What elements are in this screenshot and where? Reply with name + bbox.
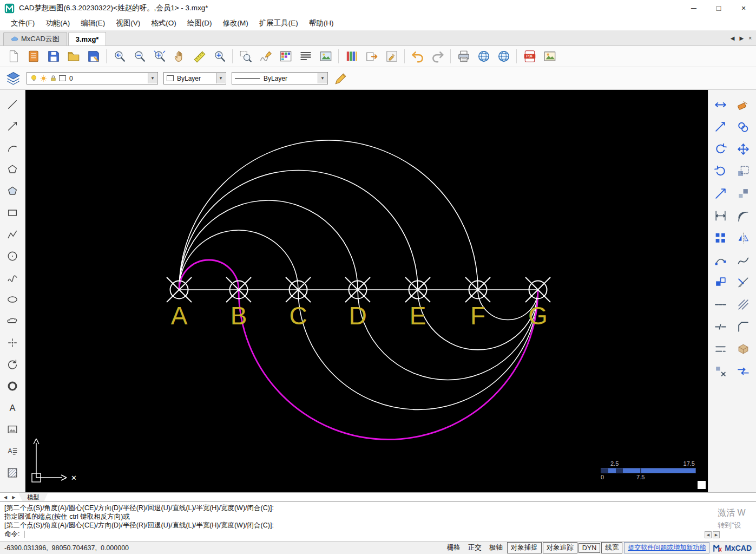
ray-icon[interactable] [3, 116, 22, 136]
pan-icon[interactable] [169, 48, 189, 66]
squares-copy-icon[interactable] [711, 273, 730, 291]
point-icon[interactable] [3, 333, 22, 353]
break-icon[interactable] [711, 317, 730, 336]
menu-item-0[interactable]: 文件(F) [5, 17, 40, 30]
explode-icon[interactable] [711, 362, 730, 380]
offset-icon[interactable] [733, 206, 753, 225]
extend-icon[interactable] [711, 184, 730, 203]
status-toggle-3[interactable]: 对象捕捉 [507, 542, 542, 553]
hatch-edit-icon[interactable] [733, 295, 753, 314]
print-icon[interactable] [453, 48, 474, 66]
cmd-scroll-left-icon[interactable]: ◀ [705, 531, 712, 538]
polygon-icon[interactable] [3, 159, 22, 179]
open-folder-icon[interactable] [63, 48, 83, 66]
draft-settings-icon[interactable] [333, 71, 347, 86]
copy-icon[interactable] [733, 118, 753, 136]
layer-manager-icon[interactable] [5, 70, 21, 86]
menu-item-2[interactable]: 编辑(E) [75, 17, 110, 30]
erase-icon[interactable] [733, 95, 753, 114]
stretch-icon[interactable] [711, 95, 730, 114]
status-toggle-1[interactable]: 正交 [465, 543, 485, 553]
chevron-down-icon[interactable]: ▼ [148, 73, 157, 83]
arc-icon[interactable] [3, 138, 22, 158]
text-lines-icon[interactable] [295, 48, 315, 66]
node-edit-icon[interactable] [711, 251, 730, 269]
undo-icon[interactable] [407, 48, 428, 66]
save-as-icon[interactable] [83, 48, 103, 66]
zoom-out-icon[interactable] [129, 48, 149, 66]
color-table-icon[interactable] [275, 48, 295, 66]
rotate-ccw-icon[interactable] [711, 140, 730, 158]
modify-tools-icon[interactable] [382, 48, 402, 66]
polyline-icon[interactable] [3, 224, 22, 244]
redo-icon[interactable] [428, 48, 448, 66]
web-publish-icon[interactable] [474, 48, 494, 66]
ellipse-icon[interactable] [3, 289, 22, 309]
cmd-scroll-right-icon[interactable]: ▶ [713, 531, 720, 538]
save-icon[interactable] [43, 48, 63, 66]
scale-icon[interactable] [733, 162, 753, 180]
circle-icon[interactable] [3, 246, 22, 266]
rotate-icon[interactable] [711, 162, 730, 180]
feedback-link[interactable]: 提交软件问题或增加新功能 [624, 542, 709, 553]
array-icon[interactable] [711, 229, 730, 247]
sheet-next-icon[interactable]: ▶ [10, 495, 17, 500]
mirror-icon[interactable] [733, 229, 753, 247]
menu-item-8[interactable]: 帮助(H) [304, 17, 339, 30]
tab-close-icon[interactable]: × [748, 35, 752, 41]
sketch-icon[interactable] [255, 48, 275, 66]
move-icon[interactable] [733, 140, 753, 158]
chevron-down-icon[interactable]: ▼ [216, 73, 225, 83]
web-globe-icon[interactable] [494, 48, 514, 66]
hatch-icon[interactable] [3, 462, 22, 483]
chamfer-icon[interactable] [733, 317, 753, 336]
trim-icon[interactable] [733, 273, 753, 291]
line-icon[interactable] [3, 94, 22, 114]
linetype-select[interactable]: ByLayer ▼ [232, 72, 328, 84]
pentagon-icon[interactable] [3, 181, 22, 201]
maximize-button[interactable]: □ [706, 0, 731, 16]
tab-0[interactable]: MxCAD云图 [3, 32, 67, 45]
chevron-down-icon[interactable]: ▼ [318, 73, 327, 83]
menu-item-6[interactable]: 修改(M) [218, 17, 254, 30]
zoom-in-icon[interactable] [209, 48, 229, 66]
open-notebook-icon[interactable] [23, 48, 43, 66]
palette-icon[interactable] [341, 48, 361, 66]
donut-icon[interactable] [3, 376, 22, 396]
tab-scroll-left-icon[interactable]: ◀ [731, 35, 735, 41]
minimize-button[interactable]: ─ [681, 0, 706, 16]
pdf-export-icon[interactable]: PDF [520, 48, 540, 66]
tab-scroll-right-icon[interactable]: ▶ [739, 35, 744, 41]
menu-item-5[interactable]: 绘图(D) [182, 17, 218, 30]
box-3d-icon[interactable] [733, 340, 753, 358]
rotate-copy-icon[interactable] [3, 354, 22, 374]
model-tab[interactable]: 模型 [18, 493, 48, 501]
text-icon[interactable]: A [3, 397, 22, 418]
lengthen-icon[interactable] [711, 118, 730, 136]
close-button[interactable]: × [731, 0, 756, 16]
resize-squares-icon[interactable] [733, 184, 753, 203]
menu-item-4[interactable]: 格式(O) [146, 17, 182, 30]
status-toggle-0[interactable]: 栅格 [444, 543, 464, 553]
status-toggle-4[interactable]: 对象追踪 [543, 542, 577, 553]
spline-icon[interactable] [3, 268, 22, 288]
sheet-prev-icon[interactable]: ◀ [2, 495, 9, 500]
image-icon[interactable] [3, 419, 22, 439]
menu-item-7[interactable]: 扩展工具(E) [254, 17, 304, 30]
revision-cloud-icon[interactable] [3, 311, 22, 331]
status-toggle-2[interactable]: 极轴 [486, 543, 506, 553]
text-align-icon[interactable]: A [3, 441, 22, 461]
join-icon[interactable] [711, 340, 730, 358]
command-window[interactable]: [第二个点(S)/角度(A)/圆心(CE)/方向(D)/半径(R)/回退(U)/… [0, 501, 756, 541]
rectangle-icon[interactable] [3, 203, 22, 223]
tab-1[interactable]: 3.mxg* [68, 32, 107, 45]
menu-item-1[interactable]: 功能(A) [40, 17, 75, 30]
color-select[interactable]: ByLayer ▼ [163, 72, 226, 84]
command-prompt-line[interactable]: 命令: [4, 530, 752, 539]
zoom-window-icon[interactable] [235, 48, 255, 66]
dimension-icon[interactable] [711, 206, 730, 225]
menu-item-3[interactable]: 视图(V) [110, 17, 146, 30]
new-file-icon[interactable] [3, 48, 23, 66]
zoom-extents-icon[interactable] [149, 48, 169, 66]
insert-image-icon[interactable] [540, 48, 560, 66]
